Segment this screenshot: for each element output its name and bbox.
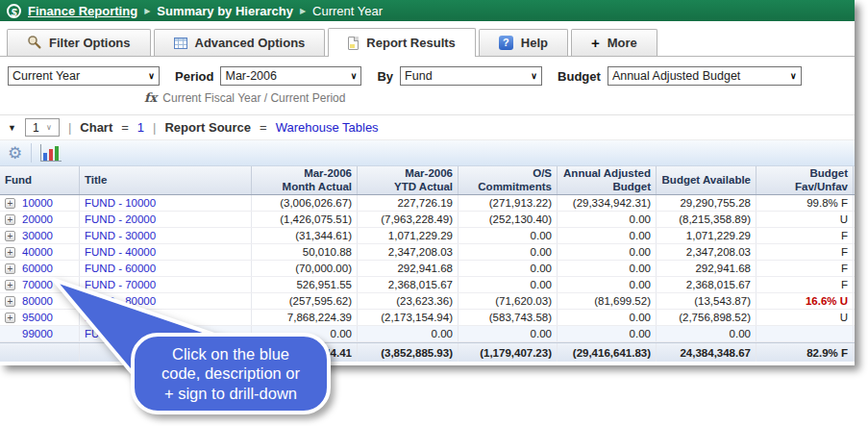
fund-cell: +60000 (0, 261, 80, 276)
gear-icon[interactable]: ⚙ (8, 145, 22, 162)
cell-budget_available: (13,543.87) (657, 293, 756, 309)
fund-title-link[interactable]: FUND - 80000 (85, 295, 156, 307)
cell-budget_fav_unfav: F (756, 244, 854, 260)
column-header-title: Title (80, 166, 252, 194)
fund-code-link[interactable]: 20000 (22, 213, 53, 225)
cell-os_commitments: 0.00 (459, 326, 558, 341)
by-select[interactable]: Fund ∨ (400, 66, 542, 86)
chart-source-row: ▼ 1 ∨ | Chart = 1 | Report Source = Ware… (0, 114, 855, 139)
table-row: +40000FUND - 4000050,010.882,347,208.030… (0, 244, 855, 261)
expand-plus-icon[interactable]: + (5, 247, 15, 258)
fund-title-link[interactable]: FUND - 40000 (85, 246, 156, 258)
drilldown-callout: Click on the blue code, description or +… (131, 333, 331, 414)
cell-budget_available: 0.00 (657, 326, 756, 341)
year-select[interactable]: Current Year ∨ (8, 66, 160, 86)
by-select-value: Fund (401, 69, 527, 83)
table-grid-icon (174, 38, 187, 49)
tab-filter-options[interactable]: Filter Options (7, 29, 151, 56)
budget-select[interactable]: Annual Adjusted Budget ∨ (608, 66, 802, 86)
report-source-value-link[interactable]: Warehouse Tables (276, 120, 379, 135)
expand-plus-icon[interactable]: + (5, 214, 15, 225)
fx-note-text: Current Fiscal Year / Current Period (162, 91, 345, 105)
cell-budget_fav_unfav: F (756, 277, 854, 292)
fund-code-link[interactable]: 95000 (22, 312, 53, 323)
cell-ytd_actual: 2,347,208.03 (358, 244, 459, 260)
column-header-os_commitments: O/S Commitments (459, 166, 558, 194)
breadcrumb-arrow-icon: ▶ (144, 7, 150, 15)
collapse-triangle-icon[interactable]: ▼ (8, 123, 16, 133)
fund-code-link[interactable]: 80000 (22, 295, 53, 307)
expand-plus-icon[interactable]: + (5, 296, 15, 307)
cell-budget_fav_unfav: F (756, 261, 854, 276)
column-header-fund: Fund (0, 166, 80, 194)
column-header-month_actual: Mar-2006 Month Actual (252, 166, 358, 194)
cell-annual_adjusted_budget: 0.00 (558, 228, 657, 243)
fund-title-link[interactable]: FUND - 20000 (85, 213, 156, 225)
separator: | (68, 120, 71, 135)
cell-os_commitments: 0.00 (459, 228, 558, 243)
cell-month_actual: (1,426,075.51) (252, 212, 358, 227)
table-row: 99000FUND - 990000.000.000.000.000.00 (0, 326, 855, 342)
fund-code-link[interactable]: 30000 (22, 230, 53, 241)
toolbar-divider (31, 143, 32, 163)
chevron-down-icon: ∨ (527, 71, 541, 81)
fund-code-link[interactable]: 40000 (22, 246, 53, 258)
title-cell: FUND - 40000 (80, 244, 252, 260)
fund-cell: +40000 (0, 244, 80, 260)
column-header-annual_adjusted_budget: Annual Adjusted Budget (558, 166, 657, 194)
total-os_commitments: (1,179,407.23) (459, 343, 558, 362)
equals-sign: = (260, 120, 267, 135)
year-select-value: Current Year (9, 69, 144, 83)
cell-month_actual: (257,595.62) (252, 293, 358, 309)
tab-report-results[interactable]: Report Results (328, 28, 475, 57)
fund-code-link[interactable]: 70000 (22, 279, 53, 290)
cell-annual_adjusted_budget: (81,699.52) (558, 293, 657, 309)
tab-advanced-options[interactable]: Advanced Options (154, 29, 326, 56)
fund-title-link[interactable]: FUND - 30000 (85, 230, 156, 241)
fund-title-link[interactable]: FUND - 60000 (85, 263, 156, 274)
period-select[interactable]: Mar-2006 ∨ (220, 66, 361, 86)
expand-plus-icon[interactable]: + (5, 263, 15, 274)
cell-budget_available: 2,368,015.67 (657, 277, 756, 292)
expand-plus-icon[interactable]: + (5, 198, 15, 209)
table-row: +60000FUND - 60000(70,000.00)292,941.680… (0, 261, 855, 277)
cell-ytd_actual: 0.00 (358, 326, 459, 341)
by-label: By (377, 69, 393, 84)
fund-code-link[interactable]: 60000 (22, 263, 53, 274)
cell-budget_fav_unfav: F (756, 228, 854, 243)
table-row: +80000FUND - 80000(257,595.62)(23,623.36… (0, 293, 855, 310)
expand-plus-icon[interactable]: + (5, 280, 15, 290)
cell-month_actual: (31,344.61) (252, 228, 358, 243)
chevron-down-icon: ∨ (144, 71, 159, 81)
fund-cell: +10000 (0, 195, 80, 211)
tab-label: Filter Options (49, 36, 131, 50)
tab-more[interactable]: + More (571, 29, 657, 56)
row-number-select[interactable]: 1 ∨ (25, 118, 60, 137)
fund-code-link[interactable]: 99000 (22, 328, 53, 339)
period-label: Period (175, 69, 213, 84)
cell-os_commitments: 0.00 (459, 261, 558, 276)
column-header-budget_available: Budget Available (657, 166, 756, 194)
fund-title-link[interactable]: FUND - 95000 (85, 312, 156, 323)
chevron-down-icon: ∨ (786, 71, 801, 81)
breadcrumb-item-current: Current Year (312, 4, 383, 18)
tab-help[interactable]: ? Help (479, 29, 568, 56)
cell-os_commitments: (252,130.40) (459, 212, 558, 227)
chart-value-link[interactable]: 1 (137, 120, 144, 135)
budget-select-value: Annual Adjusted Budget (608, 69, 786, 83)
breadcrumb-app-link[interactable]: Finance Reporting (28, 4, 137, 18)
tab-label: Report Results (366, 36, 455, 50)
fund-title-link[interactable]: FUND - 10000 (85, 197, 156, 209)
expand-plus-icon[interactable]: + (5, 313, 15, 323)
bar-chart-icon[interactable] (40, 144, 62, 162)
expand-plus-icon[interactable]: + (5, 231, 15, 241)
document-icon (348, 37, 359, 50)
breadcrumb-item-summary[interactable]: Summary by Hierarchy (157, 4, 293, 18)
top-bar: $ Finance Reporting ▶ Summary by Hierarc… (0, 0, 855, 21)
cell-annual_adjusted_budget: 0.00 (558, 310, 657, 325)
fund-cell: +95000 (0, 310, 80, 325)
cell-month_actual: 7,868,224.39 (252, 310, 358, 325)
report-toolbar: ⚙ (0, 139, 855, 166)
fund-title-link[interactable]: FUND - 70000 (85, 279, 156, 290)
fund-code-link[interactable]: 10000 (22, 197, 53, 209)
